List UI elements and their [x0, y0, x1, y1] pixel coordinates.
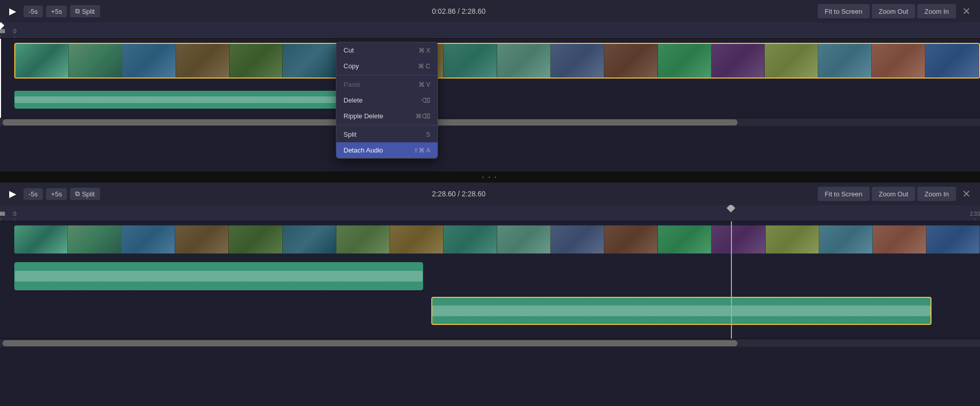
bottom-track-area: [0, 221, 980, 339]
film-frame: [766, 225, 819, 253]
top-zoom-in-button[interactable]: Zoom In: [917, 4, 956, 18]
film-frame: [68, 225, 121, 253]
bottom-time-display: 2:28.60 / 2:28.60: [103, 190, 815, 198]
bottom-scrollbar[interactable]: [0, 339, 980, 347]
film-frame: [818, 44, 872, 78]
context-menu-copy[interactable]: Copy ⌘ C: [336, 58, 437, 74]
ctx-split-label: Split: [344, 131, 356, 138]
bottom-fit-to-screen-button[interactable]: Fit to Screen: [818, 187, 870, 201]
film-frame: [712, 225, 765, 253]
ctx-ripple-label: Ripple Delete: [344, 112, 383, 120]
film-frame: [925, 44, 979, 78]
divider-dots: • • •: [482, 174, 498, 180]
top-time-sep: /: [458, 7, 460, 15]
film-frame: [551, 225, 604, 253]
film-frame: [658, 44, 712, 78]
film-frame: [872, 44, 925, 78]
b-ruler-mark-233: 2:33: [970, 211, 979, 221]
bottom-time-current: 2:28.60: [432, 190, 456, 198]
bottom-filmstrip: [14, 225, 980, 253]
b-ruler-mark-0: :0: [12, 211, 16, 221]
film-frame: [444, 44, 497, 78]
film-frame: [15, 44, 69, 78]
ctx-ripple-shortcut: ⌘⌫: [415, 113, 430, 120]
bottom-scrollbar-thumb[interactable]: [3, 340, 738, 346]
bottom-split-button[interactable]: ⧉ Split: [70, 188, 100, 200]
context-menu: Cut ⌘ X Copy ⌘ C Paste ⌘ V Delete ⌫ Ripp…: [336, 42, 438, 159]
film-frame: [444, 225, 497, 253]
bottom-plus5-button[interactable]: +5s: [46, 188, 67, 200]
bottom-video-track[interactable]: [14, 225, 980, 253]
top-track-area: [0, 39, 980, 118]
bottom-time-total: 2:28.60: [462, 190, 486, 198]
film-frame: [121, 225, 175, 253]
top-play-button[interactable]: ▶: [5, 4, 20, 19]
bottom-audio-track-1[interactable]: [14, 262, 423, 290]
context-menu-ripple-delete[interactable]: Ripple Delete ⌘⌫: [336, 108, 437, 124]
context-menu-split[interactable]: Split S: [336, 126, 437, 142]
top-zoom-out-button[interactable]: Zoom Out: [872, 4, 916, 18]
top-ruler-marks: [0, 22, 980, 37]
ctx-copy-label: Copy: [344, 62, 359, 70]
bottom-toolbar: ▶ -5s +5s ⧉ Split 2:28.60 / 2:28.60 Fit …: [0, 183, 980, 205]
top-minus5-button[interactable]: -5s: [23, 6, 43, 17]
ctx-cut-label: Cut: [344, 46, 354, 54]
ruler-mark-0: :0: [12, 29, 16, 38]
top-toolbar: ▶ -5s +5s ⧉ Split 0:02.86 / 2:28.60 Fit …: [0, 0, 980, 22]
film-frame: [69, 44, 122, 78]
bottom-play-button[interactable]: ▶: [5, 186, 20, 201]
ctx-delete-label: Delete: [344, 96, 363, 104]
film-frame: [283, 44, 336, 78]
top-plus5-button[interactable]: +5s: [46, 6, 67, 17]
film-frame: [604, 44, 658, 78]
ctx-paste-shortcut: ⌘ V: [419, 81, 430, 88]
film-frame: [497, 44, 551, 78]
film-frame: [14, 225, 68, 253]
ctx-delete-shortcut: ⌫: [422, 97, 430, 104]
film-frame: [175, 225, 229, 253]
ctx-cut-shortcut: ⌘ X: [419, 47, 430, 54]
ctx-separator-2: [336, 125, 437, 125]
b-ruler-mark-224: 2:24: [0, 211, 5, 221]
context-menu-detach-audio[interactable]: Detach Audio ⇧⌘ A: [336, 142, 437, 158]
context-menu-cut[interactable]: Cut ⌘ X: [336, 42, 437, 58]
ctx-separator-1: [336, 75, 437, 75]
bottom-split-icon: ⧉: [75, 190, 80, 198]
top-toolbar-right: Fit to Screen Zoom Out Zoom In ✕: [818, 4, 975, 18]
bottom-ruler: :0 :9 :18 :27 :36 :45 :54 1:03 1:12 1:21…: [0, 205, 980, 221]
bottom-playhead-diamond: [727, 205, 736, 212]
top-fit-to-screen-button[interactable]: Fit to Screen: [818, 4, 870, 18]
split-label: Split: [82, 8, 94, 15]
bottom-waveform-1: [15, 263, 423, 290]
context-menu-delete[interactable]: Delete ⌫: [336, 92, 437, 108]
ctx-detach-label: Detach Audio: [344, 146, 383, 154]
film-frame: [551, 44, 604, 78]
bottom-waveform-2: [432, 298, 930, 324]
film-frame: [658, 225, 712, 253]
film-frame: [712, 44, 765, 78]
top-time-current: 0:02.86: [432, 7, 456, 15]
film-frame: [283, 225, 336, 253]
bottom-zoom-in-button[interactable]: Zoom In: [917, 187, 956, 201]
top-split-button[interactable]: ⧉ Split: [70, 5, 100, 17]
bottom-audio-track-2[interactable]: [431, 297, 932, 325]
film-frame: [230, 44, 283, 78]
film-frame: [765, 44, 818, 78]
film-frame: [390, 225, 444, 253]
bottom-minus5-button[interactable]: -5s: [23, 188, 43, 200]
ctx-copy-shortcut: ⌘ C: [418, 63, 430, 70]
film-frame: [604, 225, 658, 253]
top-scrollbar[interactable]: [0, 118, 980, 126]
film-frame: [873, 225, 926, 253]
top-time-total: 2:28.60: [462, 7, 486, 15]
top-close-button[interactable]: ✕: [958, 4, 975, 18]
bottom-timeline-panel: ▶ -5s +5s ⧉ Split 2:28.60 / 2:28.60 Fit …: [0, 183, 980, 406]
bottom-close-button[interactable]: ✕: [958, 187, 975, 201]
bottom-zoom-out-button[interactable]: Zoom Out: [872, 187, 916, 201]
ruler-mark-233: 2:33: [0, 29, 5, 38]
ctx-detach-shortcut: ⇧⌘ A: [413, 147, 430, 154]
ctx-split-shortcut: S: [426, 131, 430, 138]
film-frame: [819, 225, 873, 253]
top-video-track[interactable]: [14, 43, 980, 79]
bottom-time-sep: /: [458, 190, 460, 198]
